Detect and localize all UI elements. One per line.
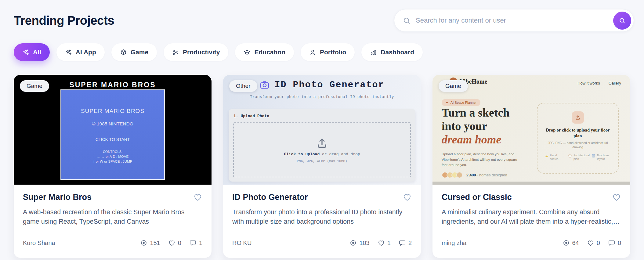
count-number: 2,400+ bbox=[466, 173, 478, 177]
filter-tab-label: All bbox=[33, 49, 41, 56]
preview-bottom-strip bbox=[432, 182, 630, 185]
house-icon bbox=[568, 154, 572, 158]
project-preview[interactable]: Other ID Photo Generator Transform your … bbox=[223, 75, 421, 185]
card-body: Super Mario Bros A web-based recreation … bbox=[14, 185, 212, 258]
likes-count: 0 bbox=[597, 240, 600, 247]
upload-icon-box bbox=[572, 111, 584, 124]
avatar bbox=[456, 172, 463, 178]
nav-link-how-it-works[interactable]: How it works bbox=[577, 81, 600, 85]
upload-filetypes-hint: PNG, JPG, WEBP (max 10MB) bbox=[297, 159, 347, 163]
preview-headline: Turn a sketch into your dream home bbox=[442, 106, 509, 146]
category-tag: Other bbox=[229, 80, 257, 92]
views-count: 103 bbox=[359, 240, 369, 247]
search-icon bbox=[619, 17, 626, 24]
views-stat: 151 bbox=[140, 239, 160, 247]
comments-count: 1 bbox=[199, 240, 202, 247]
project-description: A minimalist culinary experiment. Combin… bbox=[442, 208, 621, 226]
likes-stat[interactable]: 0 bbox=[168, 239, 181, 247]
author-name[interactable]: Kuro Shana bbox=[23, 240, 55, 247]
upload-icon bbox=[316, 137, 328, 149]
card-body: Cursed or Classic A minimalist culinary … bbox=[432, 185, 630, 258]
comments-stat[interactable]: 1 bbox=[189, 239, 202, 247]
heart-icon bbox=[403, 193, 412, 202]
comments-stat[interactable]: 2 bbox=[399, 239, 412, 247]
controls-jump-line: ↑ or W or SPACE : JUMP bbox=[61, 160, 164, 163]
upload-icon bbox=[575, 115, 581, 120]
comment-icon bbox=[189, 239, 197, 247]
sparkles-icon bbox=[65, 49, 72, 56]
filter-tab-ai-app[interactable]: AI App bbox=[56, 43, 105, 61]
project-preview[interactable]: Game SUPER MARIO BROS SUPER MARIO BROS ©… bbox=[14, 75, 212, 185]
filter-tab-label: Productivity bbox=[183, 49, 220, 56]
favorite-button[interactable] bbox=[403, 193, 412, 202]
avatar-group bbox=[442, 172, 463, 178]
preview-title: ID Photo Generator bbox=[274, 80, 384, 90]
divider bbox=[23, 234, 202, 234]
upload-instruction-rest: or drag and drop bbox=[320, 152, 360, 157]
project-card-id-photo-generator[interactable]: Other ID Photo Generator Transform your … bbox=[223, 75, 421, 258]
page-title: Trending Projects bbox=[14, 14, 114, 27]
dropzone-features: Hand sketch Architectural plan Brochure … bbox=[543, 153, 613, 161]
filter-tab-label: Dashboard bbox=[381, 49, 414, 56]
filter-tab-label: AI App bbox=[76, 49, 96, 56]
stats-row: 103 1 2 bbox=[349, 239, 412, 247]
search-input[interactable] bbox=[411, 16, 634, 24]
filter-tab-label: Game bbox=[131, 49, 148, 56]
likes-stat[interactable]: 0 bbox=[587, 239, 600, 247]
likes-count: 0 bbox=[178, 240, 181, 247]
scissors-tools-icon bbox=[172, 49, 179, 56]
views-icon bbox=[563, 239, 570, 247]
favorite-button[interactable] bbox=[612, 193, 621, 202]
preview-subtitle: Transform your photo into a professional… bbox=[223, 95, 421, 99]
upload-panel: 1. Upload Photo Click to upload or drag … bbox=[229, 109, 415, 182]
project-card-cursed-or-classic[interactable]: VibeHome Game How it works Gallery AI Sp… bbox=[432, 75, 630, 258]
project-title[interactable]: Super Mario Bros bbox=[23, 193, 92, 202]
author-name[interactable]: RO KU bbox=[232, 240, 251, 247]
project-title[interactable]: ID Photo Generator bbox=[232, 193, 308, 202]
sparkles-icon bbox=[22, 49, 29, 56]
upload-instruction-bold: Click to upload bbox=[284, 152, 320, 157]
search-bar[interactable] bbox=[394, 9, 634, 32]
game-screen[interactable]: SUPER MARIO BROS © 1985 NINTENDO CLICK T… bbox=[60, 89, 165, 180]
dropzone-title: Drop or click to upload your floor plan bbox=[543, 127, 613, 139]
feature-label: Brochure layout bbox=[597, 153, 611, 161]
divider bbox=[442, 234, 621, 234]
project-card-super-mario-bros[interactable]: Game SUPER MARIO BROS SUPER MARIO BROS ©… bbox=[14, 75, 212, 258]
card-body: ID Photo Generator Transform your photo … bbox=[223, 185, 421, 258]
feature-architectural-plan: Architectural plan bbox=[568, 153, 588, 161]
favorite-button[interactable] bbox=[193, 193, 202, 202]
project-preview[interactable]: VibeHome Game How it works Gallery AI Sp… bbox=[432, 75, 630, 185]
upload-instruction: Click to upload or drag and drop bbox=[284, 152, 360, 157]
views-count: 64 bbox=[572, 240, 579, 247]
badge-label: AI Space Planner bbox=[450, 101, 477, 104]
feature-hand-sketch: Hand sketch bbox=[545, 153, 564, 161]
filter-tab-all[interactable]: All bbox=[14, 43, 50, 61]
floorplan-dropzone[interactable]: Drop or click to upload your floor plan … bbox=[537, 103, 619, 174]
person-icon bbox=[309, 49, 316, 56]
project-title[interactable]: Cursed or Classic bbox=[442, 193, 512, 202]
heart-icon bbox=[193, 193, 202, 202]
author-name[interactable]: ming zha bbox=[442, 240, 466, 247]
filter-tab-dashboard[interactable]: Dashboard bbox=[361, 43, 423, 61]
click-to-start-label[interactable]: CLICK TO START bbox=[61, 137, 164, 142]
feature-label: Architectural plan bbox=[573, 153, 590, 161]
triangle-sketch-icon bbox=[545, 154, 548, 158]
preview-nav: How it works Gallery bbox=[577, 81, 621, 85]
filter-tab-education[interactable]: Education bbox=[235, 43, 294, 61]
bar-chart-icon bbox=[370, 49, 377, 56]
document-icon bbox=[592, 154, 595, 158]
upload-dropzone[interactable]: Click to upload or drag and drop PNG, JP… bbox=[233, 122, 411, 177]
filter-tab-portfolio[interactable]: Portfolio bbox=[301, 43, 355, 61]
category-tag: Game bbox=[439, 80, 468, 92]
filter-tab-game[interactable]: Game bbox=[111, 43, 157, 61]
likes-stat[interactable]: 1 bbox=[378, 239, 391, 247]
filter-tab-productivity[interactable]: Productivity bbox=[164, 43, 228, 61]
graduation-cap-icon bbox=[244, 49, 251, 56]
nav-link-gallery[interactable]: Gallery bbox=[609, 81, 621, 85]
headline-line2: into your bbox=[442, 120, 487, 132]
search-submit-button[interactable] bbox=[613, 12, 631, 30]
comments-stat[interactable]: 0 bbox=[608, 239, 621, 247]
views-icon bbox=[349, 239, 357, 247]
homes-designed-count: 2,400+ homes designed bbox=[466, 173, 507, 177]
heart-icon bbox=[587, 239, 594, 247]
